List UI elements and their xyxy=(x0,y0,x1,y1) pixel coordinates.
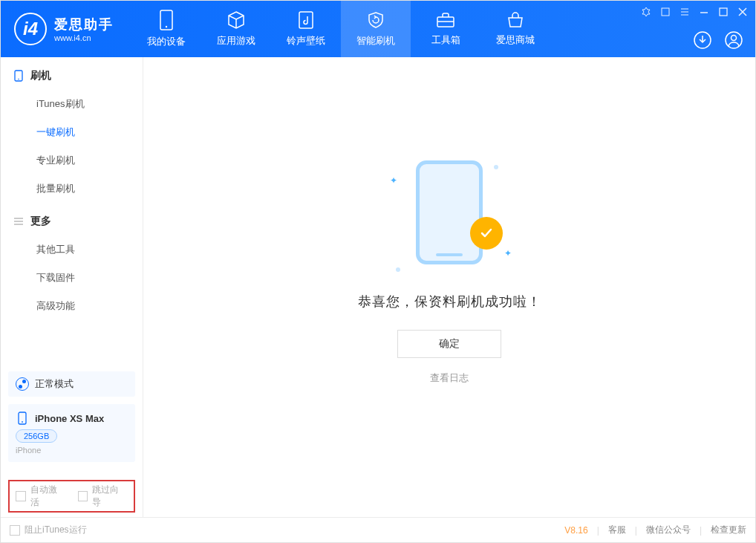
svg-point-12 xyxy=(22,421,23,423)
tab-apps-games[interactable]: 应用游戏 xyxy=(201,1,271,57)
tab-label: 铃声壁纸 xyxy=(287,34,325,48)
status-bar: 阻止iTunes运行 V8.16 | 客服 | 微信公众号 | 检查更新 xyxy=(1,517,755,542)
minimize-icon[interactable] xyxy=(697,5,711,19)
logo: i4 爱思助手 www.i4.cn xyxy=(1,13,127,45)
tab-label: 智能刷机 xyxy=(356,34,395,48)
sidebar-item-oneclick-flash[interactable]: 一键刷机 xyxy=(1,118,143,146)
tab-toolbox[interactable]: 工具箱 xyxy=(411,1,480,57)
tab-store[interactable]: 爱思商城 xyxy=(480,1,550,57)
user-icon[interactable] xyxy=(724,30,743,50)
mode-row[interactable]: 正常模式 xyxy=(8,371,135,397)
svg-point-10 xyxy=(18,79,19,80)
device-type: iPhone xyxy=(16,446,128,455)
toolbox-icon xyxy=(435,11,456,29)
success-illustration: ✦ ✦ xyxy=(390,160,509,272)
tab-label: 应用游戏 xyxy=(217,34,255,48)
svg-rect-5 xyxy=(720,8,727,16)
sparkle-icon: ✦ xyxy=(390,175,397,186)
checkbox-auto-activate[interactable]: 自动激活 xyxy=(16,484,66,509)
dot-icon xyxy=(396,267,400,272)
checkbox-icon xyxy=(78,491,88,501)
nav-tabs: 我的设备 应用游戏 铃声壁纸 智能刷机 工具箱 爱思商城 xyxy=(131,1,550,57)
device-phone-icon xyxy=(16,412,29,425)
sidebar-section-more: 更多 xyxy=(1,203,143,235)
app-title: 爱思助手 xyxy=(54,16,114,33)
device-icon xyxy=(158,10,175,30)
tab-label: 工具箱 xyxy=(431,33,460,47)
theme-icon[interactable] xyxy=(639,5,653,19)
phone-illustration-icon xyxy=(416,160,483,264)
refresh-shield-icon xyxy=(366,10,385,30)
sidebar-section-flash: 刷机 xyxy=(1,57,143,90)
sidebar-item-other-tools[interactable]: 其他工具 xyxy=(1,235,143,264)
skin-icon[interactable] xyxy=(659,5,672,19)
sidebar-item-pro-flash[interactable]: 专业刷机 xyxy=(1,146,143,175)
options-highlight-box: 自动激活 跳过向导 xyxy=(8,480,135,513)
close-icon[interactable] xyxy=(736,5,749,19)
menu-icon[interactable] xyxy=(678,5,691,19)
cube-icon xyxy=(227,10,246,30)
device-storage-badge: 256GB xyxy=(16,429,57,443)
checkbox-label: 自动激活 xyxy=(30,484,66,509)
footer-link-wechat[interactable]: 微信公众号 xyxy=(646,524,691,536)
title-bar: i4 爱思助手 www.i4.cn 我的设备 应用游戏 铃声壁纸 智能刷机 工具… xyxy=(1,1,755,57)
main-content: ✦ ✦ 恭喜您，保资料刷机成功啦！ 确定 查看日志 xyxy=(143,57,755,517)
checkbox-icon xyxy=(16,491,26,501)
ok-button[interactable]: 确定 xyxy=(397,330,501,358)
separator: | xyxy=(635,525,637,536)
tab-label: 我的设备 xyxy=(147,35,186,48)
logo-icon: i4 xyxy=(14,13,47,45)
mode-label: 正常模式 xyxy=(35,377,74,391)
window-controls xyxy=(639,5,749,19)
svg-point-8 xyxy=(731,36,737,41)
checkbox-label: 跳过向导 xyxy=(92,484,128,509)
footer-link-update[interactable]: 检查更新 xyxy=(711,524,746,536)
sparkle-icon: ✦ xyxy=(504,248,512,259)
more-icon xyxy=(13,215,25,227)
mode-icon xyxy=(16,377,29,391)
checkbox-block-itunes[interactable]: 阻止iTunes运行 xyxy=(10,524,87,536)
sidebar-item-download-firmware[interactable]: 下载固件 xyxy=(1,264,143,292)
section-title: 刷机 xyxy=(30,69,51,82)
svg-point-1 xyxy=(166,26,167,27)
footer-link-support[interactable]: 客服 xyxy=(608,524,626,536)
section-title: 更多 xyxy=(30,215,51,228)
sidebar-item-batch-flash[interactable]: 批量刷机 xyxy=(1,175,143,203)
device-row[interactable]: iPhone XS Max 256GB iPhone xyxy=(8,404,135,462)
device-panel: 正常模式 iPhone XS Max 256GB iPhone xyxy=(8,371,135,462)
device-name: iPhone XS Max xyxy=(35,413,104,424)
checkbox-icon xyxy=(10,525,20,536)
tab-label: 爱思商城 xyxy=(496,33,535,47)
maximize-icon[interactable] xyxy=(717,5,730,19)
tab-flash[interactable]: 智能刷机 xyxy=(341,1,411,57)
app-subtitle: www.i4.cn xyxy=(54,33,114,42)
svg-rect-2 xyxy=(299,12,313,28)
separator: | xyxy=(700,525,702,536)
check-badge-icon xyxy=(470,217,503,250)
download-icon[interactable] xyxy=(693,30,712,50)
store-icon xyxy=(505,11,526,29)
tab-ringtones[interactable]: 铃声壁纸 xyxy=(271,1,341,57)
separator: | xyxy=(597,525,599,536)
phone-icon xyxy=(13,70,25,82)
checkbox-label: 阻止iTunes运行 xyxy=(25,524,87,536)
checkbox-skip-guide[interactable]: 跳过向导 xyxy=(78,484,128,509)
success-message: 恭喜您，保资料刷机成功啦！ xyxy=(358,293,541,310)
sidebar: 刷机 iTunes刷机 一键刷机 专业刷机 批量刷机 更多 其他工具 下载固件 … xyxy=(1,57,143,517)
version-label: V8.16 xyxy=(564,525,587,536)
tab-my-device[interactable]: 我的设备 xyxy=(131,1,201,57)
header-actions xyxy=(693,30,743,50)
sidebar-item-itunes-flash[interactable]: iTunes刷机 xyxy=(1,90,143,118)
view-log-link[interactable]: 查看日志 xyxy=(430,371,469,385)
sidebar-item-advanced[interactable]: 高级功能 xyxy=(1,292,143,320)
dot-icon xyxy=(494,165,498,169)
music-file-icon xyxy=(297,10,315,30)
svg-rect-4 xyxy=(662,8,669,16)
